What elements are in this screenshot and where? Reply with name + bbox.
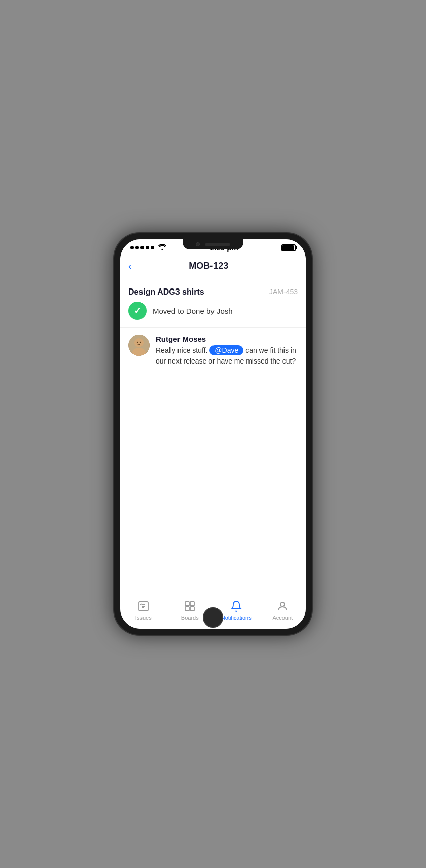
boards-icon (184, 600, 196, 612)
comment-text: Really nice stuff. @Dave can we fit this… (156, 345, 298, 367)
back-button[interactable]: ‹ (128, 258, 136, 274)
notification-status-change: Design ADG3 shirts JAM-453 ✓ Moved to Do… (120, 280, 306, 328)
phone-frame: 1:20 pm ‹ MOB-123 Design ADG3 shirts JAM… (114, 233, 312, 635)
svg-rect-9 (185, 602, 189, 606)
tab-boards-label: Boards (181, 614, 199, 621)
tab-account-label: Account (272, 614, 293, 621)
svg-point-13 (280, 602, 285, 606)
status-left (130, 244, 166, 252)
phone-screen: 1:20 pm ‹ MOB-123 Design ADG3 shirts JAM… (120, 239, 306, 629)
signal-dot-1 (130, 246, 134, 249)
header: ‹ MOB-123 (120, 254, 306, 280)
wifi-icon (158, 244, 166, 252)
phone-notch (183, 239, 243, 249)
tab-account[interactable]: Account (260, 600, 306, 621)
signal-strength (130, 246, 154, 249)
done-icon: ✓ (128, 302, 147, 320)
commenter-name: Rutger Moses (156, 335, 298, 343)
notification-secondary-id: JAM-453 (269, 287, 298, 296)
comment-content: Rutger Moses Really nice stuff. @Dave ca… (156, 335, 298, 367)
account-icon (276, 600, 289, 612)
speaker (205, 243, 230, 246)
notification-body: ✓ Moved to Done by Josh (128, 302, 298, 320)
avatar (128, 335, 150, 356)
signal-dot-4 (146, 246, 149, 249)
content-area: Design ADG3 shirts JAM-453 ✓ Moved to Do… (120, 280, 306, 596)
check-mark: ✓ (134, 305, 141, 316)
svg-point-1 (134, 338, 144, 347)
tab-issues-label: Issues (135, 614, 152, 621)
signal-dot-5 (151, 246, 154, 249)
comment-prefix: Really nice stuff. (156, 346, 207, 354)
notifications-icon (230, 600, 242, 612)
notification-title: Design ADG3 shirts (128, 287, 204, 297)
battery-fill (282, 245, 294, 250)
issues-icon (137, 600, 150, 612)
page-title: MOB-123 (136, 261, 281, 271)
front-camera (196, 242, 200, 246)
home-button[interactable] (203, 607, 223, 628)
notification-header: Design ADG3 shirts JAM-453 (128, 287, 298, 297)
svg-point-4 (140, 342, 141, 343)
svg-point-3 (137, 342, 138, 343)
signal-dot-3 (140, 246, 144, 249)
avatar-image (128, 335, 150, 356)
tab-issues[interactable]: Issues (120, 600, 167, 621)
notification-message: Moved to Done by Josh (153, 307, 233, 315)
signal-dot-2 (135, 246, 139, 249)
tab-notifications-label: Notifications (221, 614, 252, 621)
notification-comment: Rutger Moses Really nice stuff. @Dave ca… (120, 328, 306, 374)
battery-icon (281, 244, 296, 251)
status-right (281, 244, 296, 251)
svg-rect-10 (190, 602, 194, 606)
mention-tag[interactable]: @Dave (209, 345, 243, 355)
svg-rect-12 (190, 607, 194, 611)
svg-rect-11 (185, 607, 189, 611)
